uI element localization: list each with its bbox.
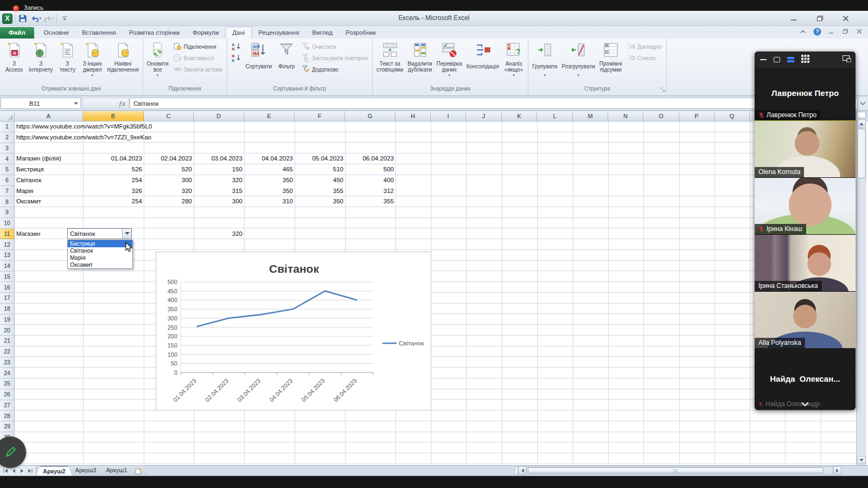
column-header-L[interactable]: L	[537, 111, 573, 121]
row-header-12[interactable]: 12	[0, 239, 15, 250]
vertical-scroll-thumb[interactable]	[857, 129, 866, 178]
ribbon-tab-Розробник[interactable]: Розробник	[339, 27, 382, 38]
zoom-gallery-view-icon[interactable]	[801, 55, 809, 65]
grid-cell[interactable]: 450	[296, 175, 343, 185]
column-header-Q[interactable]: Q	[714, 111, 750, 121]
grid-cell[interactable]: 150	[195, 164, 242, 175]
ribbon-tab-Рецензування[interactable]: Рецензування	[252, 27, 305, 38]
grid-cell[interactable]: 520	[145, 164, 192, 175]
row-header-3[interactable]: 3	[0, 143, 15, 154]
row-header-27[interactable]: 27	[0, 400, 15, 411]
big-button[interactable]: Текст за стовпцями	[374, 40, 405, 85]
grid-cell[interactable]: 280	[145, 196, 192, 207]
zoom-share-screen-icon[interactable]	[843, 55, 851, 65]
small-button[interactable]: Змінити зв'язки	[172, 65, 224, 74]
row-header-18[interactable]: 18	[0, 304, 15, 314]
column-header-H[interactable]: H	[395, 111, 431, 121]
row-header-1[interactable]: 1	[0, 121, 15, 132]
row-header-4[interactable]: 4	[0, 153, 15, 164]
grid-cell[interactable]: Марія	[16, 186, 81, 196]
active-speaker-tile[interactable]: Лавренюк Петро Лавренюк Петро	[755, 68, 856, 120]
grid-cell[interactable]: 500	[347, 164, 394, 175]
dropdown-item[interactable]: Марія	[68, 254, 132, 261]
grid-cell[interactable]: 320	[195, 229, 242, 239]
grid-cell[interactable]: 400	[347, 175, 394, 185]
column-header-B[interactable]: B	[83, 111, 144, 121]
dropdown-list[interactable]: БистрицяСвітанокМаріяОксамит	[67, 240, 133, 269]
row-header-29[interactable]: 29	[0, 421, 15, 432]
big-button[interactable]: Консолідація	[464, 40, 501, 85]
grid-cell[interactable]: 326	[85, 186, 142, 196]
column-header-E[interactable]: E	[244, 111, 295, 121]
first-sheet-icon[interactable]	[2, 467, 9, 474]
help-icon[interactable]: ?	[813, 28, 821, 35]
collapse-ribbon-icon[interactable]	[799, 28, 807, 35]
small-button[interactable]: Підключення	[172, 42, 224, 52]
grid-cell[interactable]: Бистриця	[16, 164, 81, 175]
row-header-10[interactable]: 10	[0, 218, 15, 229]
small-button[interactable]: ЯА	[230, 53, 242, 63]
row-header-13[interactable]: 13	[0, 250, 15, 261]
zoom-restore-icon[interactable]	[774, 57, 780, 62]
vertical-split-handle[interactable]	[857, 112, 866, 118]
row-header-7[interactable]: 7	[0, 186, 15, 197]
sheet-tab-Аркуш1[interactable]: Аркуш1	[99, 466, 133, 476]
horizontal-scroll-track[interactable]: |||	[526, 466, 833, 474]
dropdown-item[interactable]: Бистриця	[68, 240, 132, 247]
column-header-D[interactable]: D	[194, 111, 244, 121]
row-header-26[interactable]: 26	[0, 389, 15, 400]
prev-sheet-icon[interactable]	[10, 467, 17, 474]
small-button[interactable]: Докладно	[626, 42, 663, 52]
small-button[interactable]: Застосувати повторно	[300, 53, 369, 63]
ribbon-tab-Формули[interactable]: Формули	[186, 27, 225, 38]
column-header-M[interactable]: M	[573, 111, 608, 121]
dropdown-item[interactable]: Оксамит	[68, 261, 132, 268]
spreadsheet-grid[interactable]: https://www.youtube.com/watch?v=MFgk35bf…	[0, 121, 868, 465]
ribbon-tab-Вигляд[interactable]: Вигляд	[305, 27, 339, 38]
grid-cell[interactable]: 320	[145, 186, 192, 196]
ribbon-tab-Основне[interactable]: Основне	[37, 27, 75, 38]
row-header-6[interactable]: 6	[0, 175, 15, 186]
grid-cell[interactable]: 05.04.2023	[296, 153, 343, 164]
row-header-23[interactable]: 23	[0, 357, 15, 368]
name-box-dropdown-icon[interactable]	[72, 99, 80, 108]
dropdown-item[interactable]: Світанок	[68, 247, 132, 254]
grid-cell[interactable]: 254	[85, 196, 142, 207]
big-button[interactable]: З інших джерел▾	[80, 40, 105, 85]
overflow-participant-tile[interactable]: Найда Олексан... Найда Олександр	[755, 348, 856, 410]
column-header-O[interactable]: O	[643, 111, 679, 121]
grid-cell[interactable]: 465	[246, 164, 293, 175]
grid-cell[interactable]: 02.04.2023	[145, 153, 192, 164]
workbook-close-icon[interactable]	[855, 28, 864, 35]
big-button[interactable]: Проміжні підсумки	[597, 40, 624, 85]
column-header-I[interactable]: I	[431, 111, 466, 121]
grid-cell[interactable]: Оксамит	[16, 196, 81, 207]
grid-cell[interactable]: Магазин (філія)	[16, 153, 81, 164]
scroll-participants-icon[interactable]	[801, 399, 809, 409]
small-button[interactable]: Додатково	[300, 65, 369, 74]
formula-bar-expand-icon[interactable]	[858, 99, 867, 108]
small-button[interactable]: АЯ	[230, 42, 242, 52]
grid-cell[interactable]: 510	[296, 164, 343, 175]
grid-cell[interactable]: https://www.youtube.com/watch?v=7ZZI_9xe…	[16, 132, 342, 143]
big-button[interactable]: Фільтр	[274, 40, 299, 85]
grid-cell[interactable]: 254	[85, 175, 142, 185]
column-header-K[interactable]: K	[502, 111, 537, 121]
row-header-11[interactable]: 11	[0, 229, 15, 240]
insert-function-zone[interactable]: ƒx	[82, 98, 129, 109]
row-header-19[interactable]: 19	[0, 314, 15, 325]
big-button[interactable]: AЗ Access	[2, 40, 27, 85]
workbook-restore-icon[interactable]	[841, 28, 850, 35]
close-button[interactable]	[839, 14, 853, 23]
minimize-button[interactable]	[787, 14, 801, 23]
row-header-14[interactable]: 14	[0, 261, 15, 272]
big-button[interactable]: АЯЯАСортувати	[244, 40, 275, 85]
column-header-F[interactable]: F	[295, 111, 345, 121]
grid-cell[interactable]: 350	[296, 196, 343, 207]
grid-cell[interactable]: 355	[296, 186, 343, 196]
grid-cell[interactable]: 350	[246, 175, 293, 185]
participant-tile[interactable]: Ірина Станьковська	[755, 234, 856, 291]
grid-cell[interactable]: Світанок	[16, 175, 81, 185]
zoom-speaker-view-icon[interactable]	[787, 57, 794, 62]
column-header-P[interactable]: P	[679, 111, 714, 121]
